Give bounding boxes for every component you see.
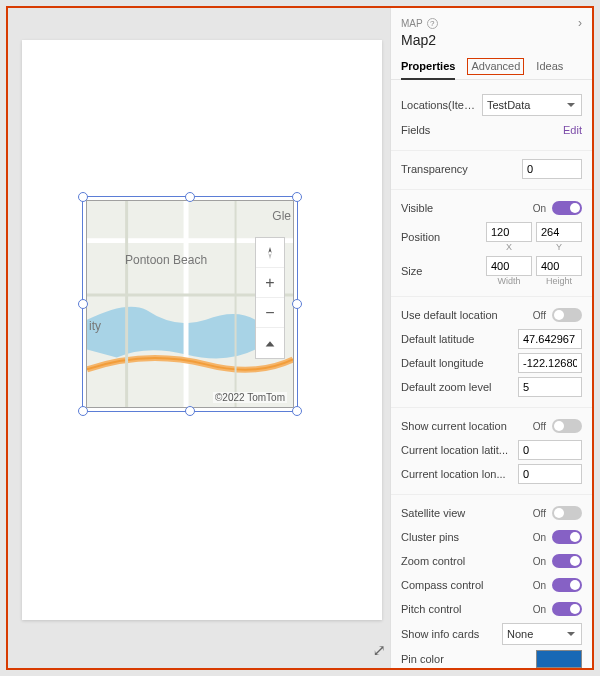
transparency-label: Transparency	[401, 163, 522, 175]
curlon-label: Current location lon...	[401, 468, 518, 480]
cluster-label: Cluster pins	[401, 531, 528, 543]
tab-advanced-label: Advanced	[467, 58, 524, 75]
position-label: Position	[401, 231, 486, 243]
zoom-out-icon[interactable]: −	[256, 298, 284, 328]
curlat-input[interactable]	[518, 440, 582, 460]
map-place-label: Pontoon Beach	[125, 253, 207, 267]
height-input[interactable]	[536, 256, 582, 276]
breadcrumb-label: MAP	[401, 18, 423, 29]
pos-x-input[interactable]	[486, 222, 532, 242]
pos-y-input[interactable]	[536, 222, 582, 242]
tab-ideas[interactable]: Ideas	[536, 60, 563, 79]
width-input[interactable]	[486, 256, 532, 276]
help-icon[interactable]: ?	[427, 18, 438, 29]
showcur-label: Show current location	[401, 420, 528, 432]
zoom-label: Default zoom level	[401, 381, 518, 393]
zoomc-label: Zoom control	[401, 555, 528, 567]
info-select[interactable]: None	[502, 623, 582, 645]
app-screen: Pontoon Beach Gle ity ©2022 TomTom + −	[22, 40, 382, 620]
lon-label: Default longitude	[401, 357, 518, 369]
map-credits: ©2022 TomTom	[213, 392, 287, 403]
locations-select[interactable]: TestData	[482, 94, 582, 116]
zoom-input[interactable]	[518, 377, 582, 397]
visible-toggle[interactable]	[552, 201, 582, 215]
usedef-label: Use default location	[401, 309, 528, 321]
canvas-area[interactable]: Pontoon Beach Gle ity ©2022 TomTom + −	[8, 8, 394, 668]
pitch-label: Pitch control	[401, 603, 528, 615]
compass-icon[interactable]	[256, 238, 284, 268]
lat-input[interactable]	[518, 329, 582, 349]
cluster-toggle[interactable]	[552, 530, 582, 544]
zoomc-toggle[interactable]	[552, 554, 582, 568]
visible-label: Visible	[401, 202, 528, 214]
sat-toggle[interactable]	[552, 506, 582, 520]
tabs: Properties Advanced Ideas	[391, 52, 592, 80]
tab-properties[interactable]: Properties	[401, 60, 455, 80]
map-control[interactable]: Pontoon Beach Gle ity ©2022 TomTom + −	[86, 200, 294, 408]
lon-input[interactable]	[518, 353, 582, 373]
compass-label: Compass control	[401, 579, 528, 591]
compass-toggle[interactable]	[552, 578, 582, 592]
properties-panel: MAP ? › Map2 Properties Advanced Ideas L…	[390, 8, 592, 668]
curlon-input[interactable]	[518, 464, 582, 484]
pitch-toggle[interactable]	[552, 602, 582, 616]
chevron-right-icon[interactable]: ›	[578, 16, 582, 30]
map-place-label: ity	[89, 319, 101, 333]
pitch-icon[interactable]	[256, 328, 284, 358]
usedef-toggle[interactable]	[552, 308, 582, 322]
zoom-in-icon[interactable]: +	[256, 268, 284, 298]
showcur-toggle[interactable]	[552, 419, 582, 433]
canvas-resize-icon[interactable]: ⤡	[370, 644, 389, 657]
breadcrumb[interactable]: MAP ? ›	[401, 16, 582, 30]
map-place-label: Gle	[272, 209, 291, 223]
size-label: Size	[401, 265, 486, 277]
pincolor-swatch[interactable]	[536, 650, 582, 668]
lat-label: Default latitude	[401, 333, 518, 345]
fields-edit-link[interactable]: Edit	[563, 124, 582, 136]
sat-label: Satellite view	[401, 507, 528, 519]
fields-label: Fields	[401, 124, 563, 136]
map-toolbar: + −	[255, 237, 285, 359]
info-label: Show info cards	[401, 628, 502, 640]
control-name: Map2	[401, 32, 582, 48]
locations-label: Locations(Items)	[401, 99, 482, 111]
curlat-label: Current location latit...	[401, 444, 518, 456]
pincolor-label: Pin color	[401, 653, 536, 665]
transparency-input[interactable]	[522, 159, 582, 179]
tab-advanced[interactable]: Advanced	[467, 60, 524, 79]
